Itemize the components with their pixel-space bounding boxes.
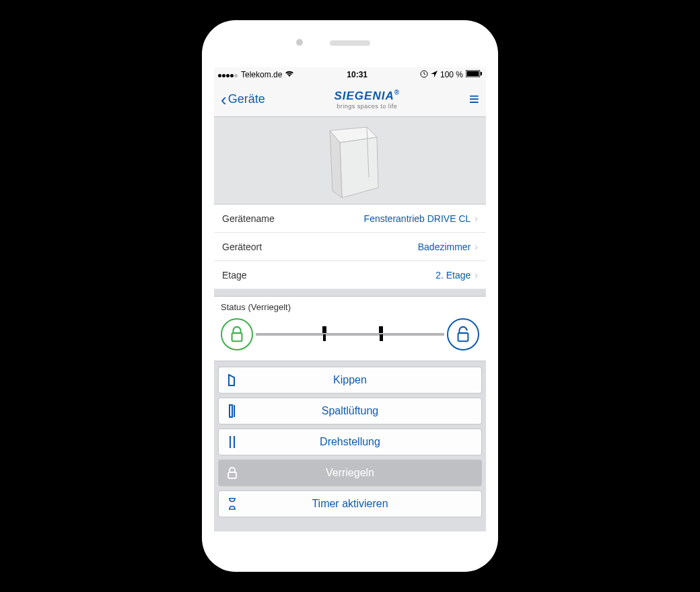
row-label: Gerätename xyxy=(222,213,275,224)
row-device-floor[interactable]: Etage 2. Etage › xyxy=(214,261,486,289)
back-label: Geräte xyxy=(228,92,265,106)
chevron-right-icon: › xyxy=(475,270,478,281)
row-value: Badezimmer xyxy=(418,242,471,252)
hamburger-menu-icon[interactable]: ≡ xyxy=(469,89,479,110)
svg-rect-14 xyxy=(228,472,236,478)
button-label: Verriegeln xyxy=(246,467,481,479)
device-image xyxy=(214,117,486,205)
logo-main: SIEGENIA® xyxy=(334,89,400,103)
screen: Telekom.de 10:31 100 % xyxy=(214,67,486,531)
tilt-icon xyxy=(219,373,246,387)
battery-percent: 100 % xyxy=(440,70,463,79)
svg-rect-10 xyxy=(230,405,232,417)
speaker-slot xyxy=(330,40,370,46)
svg-rect-8 xyxy=(232,333,242,341)
battery-icon xyxy=(466,70,482,79)
back-button[interactable]: ‹ Geräte xyxy=(221,91,265,108)
phone-frame: Telekom.de 10:31 100 % xyxy=(202,20,498,572)
lock-button: Verriegeln xyxy=(218,459,482,486)
gap-vent-icon xyxy=(219,404,246,418)
row-device-name[interactable]: Gerätename Fensterantrieb DRIVE CL › xyxy=(214,205,486,233)
row-label: Etage xyxy=(222,270,247,281)
camera-dot xyxy=(296,39,303,46)
unlocked-icon[interactable] xyxy=(447,318,479,350)
button-label: Timer aktivieren xyxy=(246,498,481,510)
signal-dots-icon xyxy=(218,70,238,79)
location-icon xyxy=(431,70,438,79)
clock: 10:31 xyxy=(347,70,368,79)
button-label: Spaltlüftung xyxy=(246,405,481,417)
svg-rect-2 xyxy=(466,71,479,77)
row-device-location[interactable]: Geräteort Badezimmer › xyxy=(214,233,486,261)
locked-icon[interactable] xyxy=(221,318,253,350)
row-value: Fensterantrieb DRIVE CL xyxy=(364,213,471,224)
row-value: 2. Etage xyxy=(435,270,470,281)
svg-rect-9 xyxy=(458,333,468,341)
status-section: Status (Verriegelt) xyxy=(214,296,486,361)
brand-logo: SIEGENIA® brings spaces to life xyxy=(334,89,400,110)
orientation-lock-icon xyxy=(420,70,428,80)
chevron-left-icon: ‹ xyxy=(221,91,227,108)
wifi-icon xyxy=(285,70,294,79)
lock-icon xyxy=(219,467,246,479)
nav-header: ‹ Geräte SIEGENIA® brings spaces to life… xyxy=(214,82,486,117)
logo-tagline: brings spaces to life xyxy=(334,103,400,110)
ios-status-bar: Telekom.de 10:31 100 % xyxy=(214,67,486,82)
button-label: Kippen xyxy=(246,374,481,386)
status-left: Telekom.de xyxy=(218,70,294,79)
hourglass-icon xyxy=(219,498,246,510)
timer-button[interactable]: Timer aktivieren xyxy=(218,490,482,517)
status-right: 100 % xyxy=(420,70,482,80)
slider-tick-1 xyxy=(322,326,327,342)
slider-track xyxy=(256,333,444,336)
chevron-right-icon: › xyxy=(475,242,478,252)
turn-button[interactable]: Drehstellung xyxy=(218,429,482,455)
status-title: Status (Verriegelt) xyxy=(221,302,479,312)
turn-icon xyxy=(219,435,246,449)
gap-vent-button[interactable]: Spaltlüftung xyxy=(218,398,482,424)
status-slider[interactable] xyxy=(221,316,479,353)
svg-rect-3 xyxy=(481,72,482,75)
device-properties: Gerätename Fensterantrieb DRIVE CL › Ger… xyxy=(214,205,486,289)
slider-tick-2 xyxy=(378,326,384,342)
carrier-label: Telekom.de xyxy=(241,70,282,79)
window-icon xyxy=(303,124,397,198)
action-buttons: Kippen Spaltlüftung Drehstellung Verrieg… xyxy=(214,361,486,517)
chevron-right-icon: › xyxy=(475,213,478,224)
row-label: Geräteort xyxy=(222,242,262,252)
svg-marker-5 xyxy=(340,137,378,198)
button-label: Drehstellung xyxy=(246,436,481,448)
tilt-button[interactable]: Kippen xyxy=(218,367,482,394)
